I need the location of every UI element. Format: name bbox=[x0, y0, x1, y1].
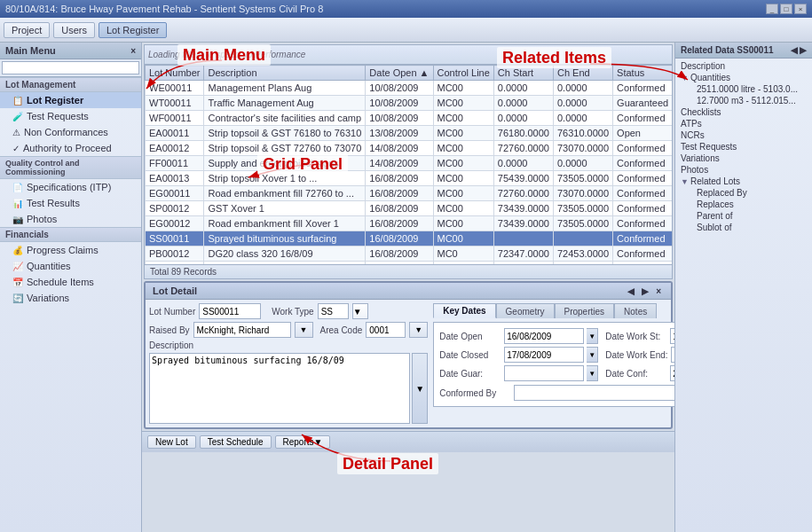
grid-record-count: Total 89 Records bbox=[150, 267, 217, 277]
sidebar-section-lot-mgmt: Lot Management bbox=[0, 77, 141, 92]
table-row[interactable]: SS00011Sprayed bituminous surfacing16/08… bbox=[146, 231, 673, 246]
date-guar-picker-btn[interactable]: ▼ bbox=[587, 365, 598, 381]
detail-nav-next[interactable]: ▶ bbox=[639, 286, 651, 296]
detail-close-icon[interactable]: × bbox=[653, 286, 664, 296]
table-row[interactable]: EG00011Road embankment fill 72760 to ...… bbox=[146, 186, 673, 201]
close-btn[interactable]: × bbox=[794, 4, 807, 14]
table-row[interactable]: SP00012GST Xover 116/08/2009MC0073439.00… bbox=[146, 201, 673, 216]
minimize-btn[interactable]: _ bbox=[766, 4, 778, 14]
sidebar-item-specifications[interactable]: 📄 Specifications (ITP) bbox=[0, 179, 141, 195]
tree-item-related-lots[interactable]: ▼ Related Lots bbox=[677, 176, 810, 187]
project-button[interactable]: Project bbox=[4, 22, 50, 38]
sidebar-close-icon[interactable]: × bbox=[130, 46, 136, 56]
sidebar-item-lot-register[interactable]: 📋 Lot Register bbox=[0, 92, 141, 108]
description-expand-btn[interactable]: ▼ bbox=[412, 353, 428, 424]
date-work-st-input[interactable] bbox=[670, 328, 674, 344]
area-code-input[interactable] bbox=[366, 322, 406, 338]
table-row[interactable]: WE00011Management Plans Aug10/08/2009MC0… bbox=[146, 81, 673, 96]
date-conf-row: Date Conf: ▼ bbox=[605, 365, 674, 381]
table-row[interactable]: WT00011Traffic Management Aug10/08/2009M… bbox=[146, 96, 673, 111]
date-conf-input[interactable] bbox=[670, 365, 674, 381]
lot-number-input[interactable] bbox=[199, 303, 261, 319]
sidebar-item-quantities[interactable]: 📈 Quantities bbox=[0, 258, 141, 274]
tree-item-parent-of[interactable]: Parent of bbox=[677, 210, 810, 222]
sidebar-item-test-requests[interactable]: 🧪 Test Requests bbox=[0, 108, 141, 124]
sidebar-item-variations[interactable]: 🔄 Variations bbox=[0, 290, 141, 306]
area-code-btn[interactable]: ▼ bbox=[409, 322, 428, 338]
col-header-description: Description bbox=[204, 66, 366, 81]
variations-icon: 🔄 bbox=[12, 293, 23, 303]
sidebar-item-label: Quantities bbox=[27, 261, 71, 271]
tab-geometry[interactable]: Geometry bbox=[496, 303, 555, 318]
table-row[interactable]: EA00012Strip topsoil & GST 72760 to 7307… bbox=[146, 141, 673, 156]
date-open-input[interactable] bbox=[504, 328, 584, 344]
tree-item-photos[interactable]: Photos bbox=[677, 164, 810, 176]
new-lot-button[interactable]: New Lot bbox=[147, 435, 196, 449]
sidebar-item-non-conformances[interactable]: ⚠ Non Conformances bbox=[0, 124, 141, 140]
tree-item-replaced-by[interactable]: Replaced By bbox=[677, 187, 810, 199]
date-closed-picker-btn[interactable]: ▼ bbox=[587, 347, 598, 363]
date-open-picker-btn[interactable]: ▼ bbox=[587, 328, 598, 344]
sidebar-item-progress-claims[interactable]: 💰 Progress Claims bbox=[0, 242, 141, 258]
maximize-btn[interactable]: □ bbox=[780, 4, 792, 14]
sidebar-search-input[interactable] bbox=[2, 61, 139, 74]
table-row[interactable]: FF00011Supply and erect project signs14/… bbox=[146, 156, 673, 171]
reports-button[interactable]: Reports▼ bbox=[275, 435, 331, 449]
tree-item-qty1[interactable]: 2511.0000 litre - 5103.0... bbox=[677, 83, 810, 95]
raised-by-btn[interactable]: ▼ bbox=[295, 322, 313, 338]
sidebar-item-photos[interactable]: 📷 Photos bbox=[0, 211, 141, 227]
tree-parent-of-label: Parent of bbox=[697, 211, 733, 221]
date-closed-row: Date Closed ▼ bbox=[439, 347, 598, 363]
raised-by-input[interactable] bbox=[193, 322, 291, 338]
lot-register-button[interactable]: Lot Register bbox=[99, 22, 167, 38]
grid-toolbar: Loading filters to speed up Performance bbox=[145, 45, 672, 65]
tree-item-ncrs[interactable]: NCRs bbox=[677, 129, 810, 141]
tree-item-sublot-of[interactable]: Sublot of bbox=[677, 222, 810, 233]
tree-item-quantities[interactable]: ▼ Quantities bbox=[677, 72, 810, 83]
sidebar-item-authority[interactable]: ✓ Authority to Proceed bbox=[0, 140, 141, 156]
tree-variations-label: Variations bbox=[681, 153, 720, 163]
right-panel-nav: ◀ ▶ bbox=[791, 45, 807, 55]
table-row[interactable]: EG00012Road embankment fill Xover 116/08… bbox=[146, 216, 673, 231]
detail-nav-prev[interactable]: ◀ bbox=[625, 286, 637, 296]
date-closed-input[interactable] bbox=[504, 347, 584, 363]
description-textarea[interactable]: Sprayed bituminous surfacing 16/8/09 bbox=[149, 353, 410, 424]
work-type-select[interactable]: ▼ bbox=[352, 303, 368, 319]
tree-item-checklists[interactable]: Checklists bbox=[677, 106, 810, 118]
conformed-by-label: Conformed By bbox=[439, 388, 510, 398]
work-type-input[interactable] bbox=[318, 303, 349, 319]
tree-item-replaces[interactable]: Replaces bbox=[677, 199, 810, 210]
test-schedule-button[interactable]: Test Schedule bbox=[200, 435, 272, 449]
tree-related-lots-label: Related Lots bbox=[690, 176, 740, 186]
right-nav-next[interactable]: ▶ bbox=[800, 45, 807, 55]
tree-item-test-requests[interactable]: Test Requests bbox=[677, 141, 810, 153]
conformed-by-input[interactable] bbox=[514, 385, 674, 401]
right-nav-prev[interactable]: ◀ bbox=[791, 45, 798, 55]
date-open-label: Date Open bbox=[439, 332, 501, 341]
table-row[interactable]: WF00011Contractor's site facilities and … bbox=[146, 111, 673, 126]
tree-item-qty2[interactable]: 12.7000 m3 - 5112.015... bbox=[677, 95, 810, 106]
non-conformances-icon: ⚠ bbox=[12, 128, 20, 137]
table-row[interactable]: EA00013Strip topsoil Xover 1 to ...16/08… bbox=[146, 171, 673, 186]
sidebar-item-schedule-items[interactable]: 📅 Schedule Items bbox=[0, 274, 141, 290]
col-header-ch-start: Ch Start bbox=[493, 66, 553, 81]
table-row[interactable]: EA00011Strip topsoil & GST 76180 to 7631… bbox=[146, 126, 673, 141]
users-button[interactable]: Users bbox=[53, 22, 95, 38]
tree-item-description[interactable]: Description bbox=[677, 60, 810, 72]
tree-item-atps[interactable]: ATPs bbox=[677, 118, 810, 129]
table-row[interactable]: PB00012DG20 class 320 16/8/0916/08/2009M… bbox=[146, 246, 673, 262]
tab-notes[interactable]: Notes bbox=[614, 303, 657, 318]
sidebar-item-test-results[interactable]: 📊 Test Results bbox=[0, 195, 141, 211]
date-work-end-input[interactable] bbox=[671, 347, 674, 363]
tree-item-variations[interactable]: Variations bbox=[677, 153, 810, 164]
area-code-label: Area Code bbox=[320, 325, 363, 335]
tree-checklists-label: Checklists bbox=[681, 107, 721, 117]
tab-properties[interactable]: Properties bbox=[555, 303, 615, 318]
sidebar-search bbox=[0, 59, 141, 77]
tab-key-dates[interactable]: Key Dates bbox=[433, 303, 495, 318]
date-guar-input[interactable] bbox=[504, 365, 584, 381]
grid-table-wrapper[interactable]: Lot Number Description Date Open ▲ Contr… bbox=[145, 65, 672, 264]
photos-icon: 📷 bbox=[12, 215, 23, 224]
detail-left-form: Lot Number Work Type ▼ Raised By ▼ Area … bbox=[149, 303, 428, 424]
title-bar: 80/10A/814: Bruce Hway Pavement Rehab - … bbox=[0, 0, 812, 18]
